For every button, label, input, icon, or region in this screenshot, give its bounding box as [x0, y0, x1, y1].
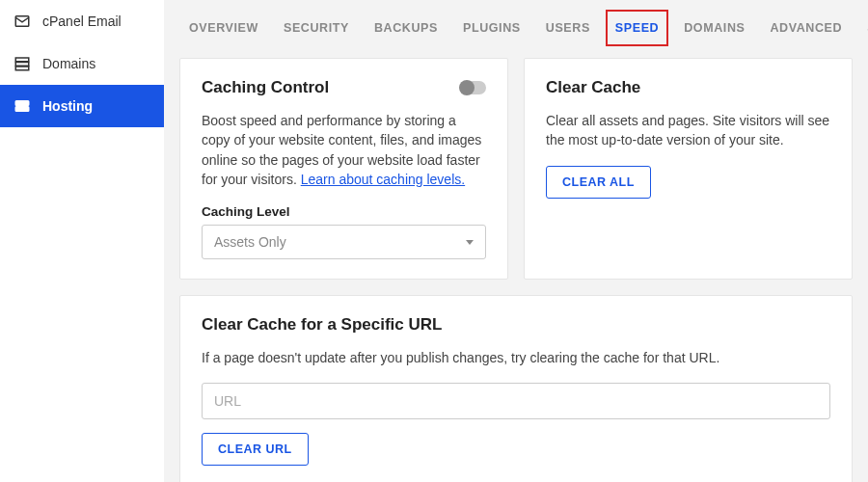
svg-rect-1 — [15, 58, 29, 62]
tab-domains[interactable]: DOMAINS — [682, 17, 746, 39]
tab-advanced[interactable]: ADVANCED — [768, 17, 844, 39]
tab-plugins[interactable]: PLUGINS — [461, 17, 523, 39]
sidebar-item-hosting[interactable]: Hosting — [0, 85, 164, 127]
main-content: OVERVIEW SECURITY BACKUPS PLUGINS USERS … — [164, 0, 868, 482]
hosting-icon — [14, 97, 31, 115]
tab-security[interactable]: SECURITY — [282, 17, 351, 39]
clear-url-button[interactable]: CLEAR URL — [202, 433, 309, 466]
domains-icon — [14, 55, 31, 72]
caching-toggle[interactable] — [461, 81, 486, 94]
sidebar: cPanel Email Domains Hosting — [0, 0, 164, 482]
tab-overview[interactable]: OVERVIEW — [187, 17, 260, 39]
caching-level-value: Assets Only — [214, 234, 286, 250]
sidebar-item-label: cPanel Email — [42, 13, 122, 29]
clear-url-desc: If a page doesn't update after you publi… — [202, 348, 830, 367]
sidebar-item-cpanel-email[interactable]: cPanel Email — [0, 0, 164, 42]
sidebar-item-domains[interactable]: Domains — [0, 42, 164, 85]
svg-point-7 — [18, 108, 20, 110]
tab-speed[interactable]: SPEED — [613, 17, 661, 39]
tab-users[interactable]: USERS — [544, 17, 592, 39]
url-input[interactable] — [202, 383, 830, 419]
card-title: Caching Control — [202, 78, 329, 97]
clear-cache-desc: Clear all assets and pages. Site visitor… — [546, 111, 830, 150]
tabs: OVERVIEW SECURITY BACKUPS PLUGINS USERS … — [179, 0, 853, 50]
svg-rect-2 — [15, 63, 29, 67]
caching-desc: Boost speed and performance by storing a… — [202, 111, 486, 189]
tab-backups[interactable]: BACKUPS — [372, 17, 440, 39]
caching-level-select[interactable]: Assets Only — [202, 225, 486, 259]
chevron-down-icon — [466, 240, 474, 245]
card-title: Clear Cache for a Specific URL — [202, 315, 442, 335]
clear-all-button[interactable]: CLEAR ALL — [546, 166, 651, 199]
mail-icon — [14, 13, 31, 30]
svg-point-6 — [18, 102, 20, 104]
caching-level-label: Caching Level — [202, 204, 486, 219]
svg-rect-3 — [15, 67, 29, 70]
sidebar-item-label: Domains — [42, 56, 95, 71]
card-title: Clear Cache — [546, 78, 640, 97]
sidebar-item-label: Hosting — [42, 98, 93, 114]
clear-url-card: Clear Cache for a Specific URL If a page… — [179, 295, 853, 482]
clear-cache-card: Clear Cache Clear all assets and pages. … — [524, 58, 853, 280]
caching-control-card: Caching Control Boost speed and performa… — [179, 58, 508, 280]
learn-caching-link[interactable]: Learn about caching levels. — [301, 172, 465, 187]
